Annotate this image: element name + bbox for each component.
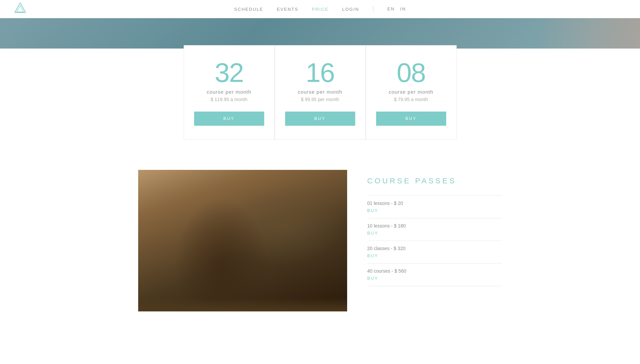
pass-label-3: 40 courses - $ 560 xyxy=(367,268,502,274)
pass-buy-2[interactable]: BUY xyxy=(367,253,378,258)
card-number-08: 08 xyxy=(397,59,425,86)
nav-links: SCHEDULE EVENTS PRICE LOGIN | EN IN xyxy=(234,5,406,12)
pricing-card-16: 16 course per month $ 99.95 per month BU… xyxy=(275,45,366,140)
pass-label-2: 20 classes - $ 320 xyxy=(367,246,502,251)
logo[interactable] xyxy=(13,2,27,17)
nav-item-schedule[interactable]: SCHEDULE xyxy=(234,6,264,12)
pricing-card-08: 08 course per month $ 79.95 a month BUY xyxy=(366,45,457,140)
card-label-16: course per month xyxy=(298,89,342,95)
navbar: SCHEDULE EVENTS PRICE LOGIN | EN IN xyxy=(0,0,640,18)
nav-lang-wrapper: EN IN xyxy=(387,6,406,11)
nav-link-price[interactable]: PRICE xyxy=(312,7,329,12)
lower-section: COURSE PASSES 01 lessons - $ 20 BUY 10 l… xyxy=(118,163,522,332)
pass-item-3: 40 courses - $ 560 BUY xyxy=(367,264,502,286)
card-label-08: course per month xyxy=(389,89,433,95)
nav-item-events[interactable]: EVENTS xyxy=(277,6,298,12)
pricing-cards-wrapper: 32 course per month $ 119.95 a month BUY… xyxy=(118,49,522,143)
course-passes-title: COURSE PASSES xyxy=(367,177,502,185)
card-number-16: 16 xyxy=(306,59,334,86)
nav-divider: | xyxy=(373,5,374,12)
pass-label-1: 10 lessons - $ 180 xyxy=(367,223,502,229)
nav-item-login[interactable]: LOGIN xyxy=(342,6,359,12)
pass-label-0: 01 lessons - $ 20 xyxy=(367,201,502,206)
pricing-card-32: 32 course per month $ 119.95 a month BUY xyxy=(184,45,275,140)
card-number-32: 32 xyxy=(215,59,243,86)
lang-en[interactable]: EN xyxy=(387,6,395,11)
card-price-16: $ 99.95 per month xyxy=(301,97,339,102)
hero-banner xyxy=(0,18,640,49)
buy-button-32[interactable]: BUY xyxy=(194,112,264,126)
buy-button-08[interactable]: BUY xyxy=(376,112,446,126)
lang-in[interactable]: IN xyxy=(400,6,406,11)
pass-buy-3[interactable]: BUY xyxy=(367,276,378,281)
card-price-32: $ 119.95 a month xyxy=(211,97,247,102)
pass-item-2: 20 classes - $ 320 BUY xyxy=(367,241,502,264)
course-passes: COURSE PASSES 01 lessons - $ 20 BUY 10 l… xyxy=(367,170,502,311)
nav-link-login[interactable]: LOGIN xyxy=(342,7,359,12)
nav-item-price[interactable]: PRICE xyxy=(312,6,329,12)
card-price-08: $ 79.95 a month xyxy=(394,97,428,102)
banner-photo xyxy=(539,18,640,49)
pass-item-0: 01 lessons - $ 20 BUY xyxy=(367,195,502,218)
nav-link-events[interactable]: EVENTS xyxy=(277,7,298,12)
yoga-photo xyxy=(138,170,347,311)
svg-marker-0 xyxy=(15,3,26,12)
card-label-32: course per month xyxy=(207,89,251,95)
pass-buy-0[interactable]: BUY xyxy=(367,208,378,213)
buy-button-16[interactable]: BUY xyxy=(285,112,355,126)
pass-buy-1[interactable]: BUY xyxy=(367,231,378,236)
pricing-section: 32 course per month $ 119.95 a month BUY… xyxy=(0,49,640,163)
nav-link-schedule[interactable]: SCHEDULE xyxy=(234,7,264,12)
pass-item-1: 10 lessons - $ 180 BUY xyxy=(367,218,502,241)
